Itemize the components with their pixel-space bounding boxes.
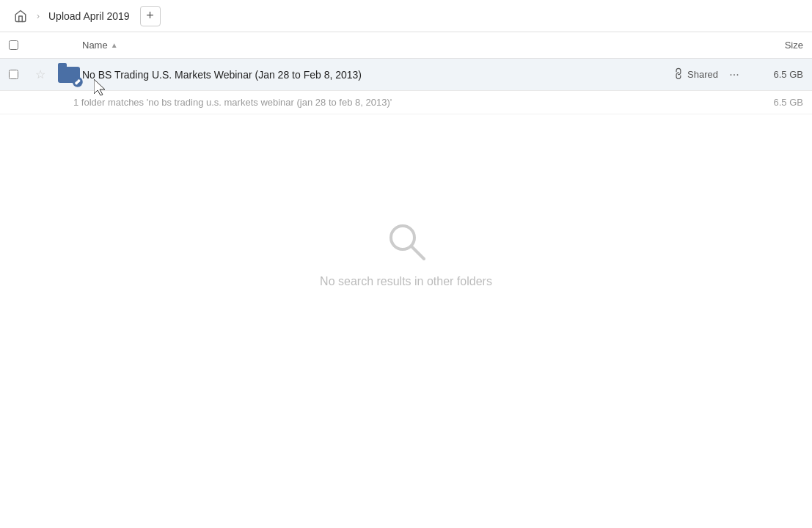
select-all-checkbox[interactable] [9,40,18,50]
empty-message: No search results in other folders [320,275,492,288]
svg-line-1 [412,246,424,259]
summary-row: 1 folder matches 'no bs trading u.s. mar… [0,91,812,114]
row-actions: Shared ··· [674,65,745,85]
summary-size: 6.5 GB [745,97,803,108]
empty-search-icon [384,219,428,263]
row-checkbox-col [9,70,35,79]
file-name: No BS Trading U.S. Markets Webinar (Jan … [82,69,674,81]
share-badge-icon [73,76,83,87]
top-bar: › Upload April 2019 + [0,0,812,32]
header-name-col[interactable]: Name ▲ [82,40,745,51]
home-button[interactable] [9,4,32,28]
table-header: Name ▲ Size [0,32,812,59]
shared-badge: Shared [674,68,718,81]
breadcrumb-upload-april[interactable]: Upload April 2019 [44,7,134,25]
shared-label: Shared [687,69,718,80]
breadcrumb-chevron-1: › [37,11,40,21]
empty-state: No search results in other folders [0,114,812,393]
header-size-col: Size [745,40,803,51]
file-size: 6.5 GB [745,69,803,80]
more-options-button[interactable]: ··· [724,65,745,85]
star-button[interactable]: ☆ [35,67,56,81]
sort-indicator: ▲ [111,41,118,49]
header-checkbox-col [9,40,35,50]
file-row[interactable]: ☆ No BS Trading U.S. Markets Webinar (Ja… [0,59,812,91]
folder-icon-container [56,65,82,85]
row-checkbox[interactable] [9,70,18,79]
folder-icon-wrap [57,65,81,85]
link-icon [671,67,687,83]
add-folder-button[interactable]: + [140,6,161,26]
summary-text: 1 folder matches 'no bs trading u.s. mar… [73,97,745,108]
